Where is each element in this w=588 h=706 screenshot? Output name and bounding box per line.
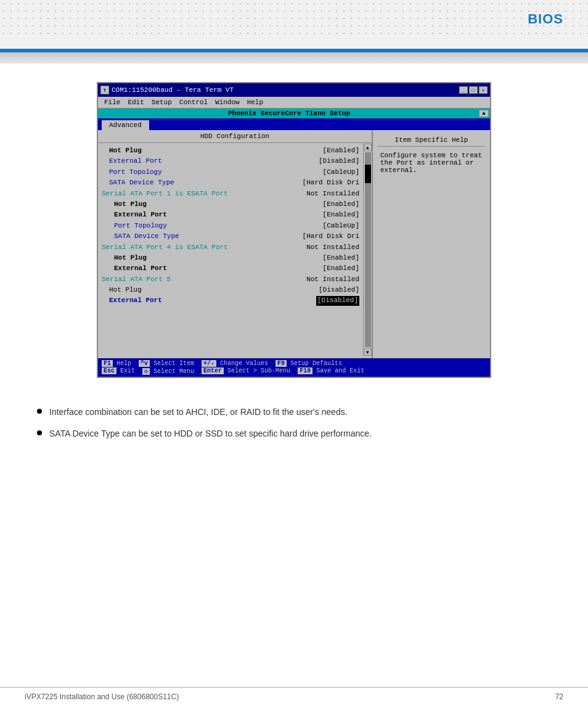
row-label: Port Topology (102, 221, 167, 231)
title-bar-left: T COM1:115200baud - Tera Term VT (100, 86, 234, 94)
row-label: Serial ATA Port 5 (102, 275, 171, 284)
menu-file[interactable]: File (100, 98, 124, 107)
help-updown: ^v Select Item (139, 360, 194, 367)
row-label: Hot Plug (102, 200, 147, 209)
scroll-track (365, 152, 371, 347)
help-f9: F9 Setup Defaults (276, 360, 342, 367)
row-label: External Port (102, 210, 167, 220)
tab-advanced[interactable]: Advanced (102, 120, 149, 130)
row-value: [CableUp] (323, 221, 359, 231)
right-section-title: Item Specific Help (378, 134, 485, 147)
gray-bar-decoration (0, 52, 588, 64)
row-label: External Port (102, 296, 162, 305)
footer-left: iVPX7225 Installation and Use (6806800S1… (25, 692, 179, 701)
dot-pattern-decoration (0, 0, 588, 37)
bullet-dot-1 (37, 409, 42, 414)
help-row-2: Esc Exit ◇ Select Menu Enter Select > Su… (102, 367, 486, 375)
scroll-down-btn[interactable]: ▼ (364, 348, 372, 356)
bios-row-topology1: Port Topology [CableUp] (102, 167, 359, 178)
bios-left-panel: HDD Configuration Hot Plug [Enabled] Ext… (98, 130, 373, 358)
bios-header-bar: Phoenix SecureCore Tiano Setup ▲ (98, 109, 490, 118)
help-f1: F1 Help (102, 360, 131, 367)
help-text: Configure system to treat the Port as in… (378, 147, 485, 179)
menu-bar: File Edit Setup Control Window Help (98, 97, 490, 109)
bios-header-text: Phoenix SecureCore Tiano Setup (99, 110, 479, 117)
row-label: External Port (102, 157, 162, 166)
bios-row-sata1: Serial ATA Port 1 is ESATA Port Not Inst… (102, 189, 359, 199)
bios-row-extport4[interactable]: External Port [Disabled] (102, 295, 359, 306)
bios-items: Hot Plug [Enabled] External Port [Disabl… (98, 143, 363, 356)
help-row-1: F1 Help ^v Select Item +/- Change Values… (102, 360, 486, 367)
page-title: BIOS (528, 11, 563, 27)
maximize-button[interactable]: □ (469, 86, 478, 94)
bullet-item-2: SATA Device Type can be set to HDD or SS… (37, 427, 551, 440)
main-content: T COM1:115200baud - Tera Term VT _ □ × F… (0, 64, 588, 390)
footer-right: 72 (555, 692, 563, 701)
bios-row-sata5: Serial ATA Port 5 Not Installed (102, 274, 359, 285)
row-label: External Port (102, 264, 167, 273)
menu-setup[interactable]: Setup (148, 98, 176, 107)
terminal-icon: T (100, 86, 109, 94)
bullet-dot-2 (37, 430, 42, 435)
bios-row-hotplug3: Hot Plug [Enabled] (102, 253, 359, 263)
row-value: [Disabled] (319, 157, 359, 166)
scroll-thumb (365, 165, 371, 183)
title-bar: T COM1:115200baud - Tera Term VT _ □ × (98, 83, 490, 97)
row-label: Serial ATA Port 1 is ESATA Port (102, 189, 228, 199)
menu-window[interactable]: Window (211, 98, 243, 107)
terminal-window: T COM1:115200baud - Tera Term VT _ □ × F… (97, 82, 491, 378)
row-value: Not Installed (306, 275, 359, 284)
menu-edit[interactable]: Edit (124, 98, 147, 107)
row-value: [Enabled] (323, 200, 359, 209)
minimize-button[interactable]: _ (459, 86, 468, 94)
row-label: Serial ATA Port 4 is ESATA Port (102, 243, 228, 252)
bullet-section: Interface combination can be set to AHCI… (0, 390, 588, 461)
help-enter: Enter Select > Sub-Menu (202, 367, 290, 375)
row-label: SATA Device Type (102, 178, 174, 187)
bios-row-satatype2: SATA Device Type [Hard Disk Dri (102, 231, 359, 242)
page-footer: iVPX7225 Installation and Use (6806800S1… (0, 687, 588, 706)
bullet-text-1: Interface combination can be set to AHCI… (49, 406, 348, 419)
row-value: Not Installed (306, 189, 359, 199)
page-header: BIOS (0, 0, 588, 52)
row-value: [Enabled] (323, 210, 359, 220)
row-label: Hot Plug (102, 285, 142, 295)
scroll-up-btn[interactable]: ▲ (364, 144, 372, 151)
bios-scrollbar[interactable]: ▲ ▼ (363, 143, 372, 356)
bios-row-extport2: External Port [Enabled] (102, 210, 359, 220)
bios-row-extport1: External Port [Disabled] (102, 156, 359, 166)
row-value: [Enabled] (323, 146, 359, 155)
bios-row-extport3: External Port [Enabled] (102, 263, 359, 274)
bios-body: HDD Configuration Hot Plug [Enabled] Ext… (98, 130, 490, 358)
bullet-item-1: Interface combination can be set to AHCI… (37, 406, 551, 419)
row-label: SATA Device Type (102, 232, 179, 241)
scroll-up-header[interactable]: ▲ (479, 110, 489, 117)
row-value: [Enabled] (323, 253, 359, 263)
row-value: [Disabled] (319, 285, 359, 295)
title-buttons: _ □ × (459, 86, 488, 94)
bios-row-topology2: Port Topology [CableUp] (102, 221, 359, 231)
row-value: [CableUp] (323, 168, 359, 177)
row-value: [Disabled] (316, 296, 359, 305)
bios-row-hotplug2: Hot Plug [Enabled] (102, 199, 359, 210)
row-value: [Hard Disk Dri (303, 232, 359, 241)
menu-control[interactable]: Control (176, 98, 211, 107)
row-label: Hot Plug (102, 146, 142, 155)
bios-row-satatype1: SATA Device Type [Hard Disk Dri (102, 178, 359, 188)
close-button[interactable]: × (479, 86, 488, 94)
row-label: Hot Plug (102, 253, 147, 263)
left-section-title: HDD Configuration (98, 130, 372, 143)
tab-bar: Advanced (98, 118, 490, 130)
menu-help[interactable]: Help (243, 98, 267, 107)
help-plusminus: +/- Change Values (202, 360, 268, 367)
bios-row-hotplug1: Hot Plug [Enabled] (102, 146, 359, 156)
help-f10: F10 Save and Exit (298, 367, 364, 375)
row-value: [Hard Disk Dri (303, 178, 359, 187)
blue-stripe-decoration (0, 49, 588, 52)
row-value: Not Installed (306, 243, 359, 252)
bios-row-sata4: Serial ATA Port 4 is ESATA Port Not Inst… (102, 242, 359, 253)
bullet-text-2: SATA Device Type can be set to HDD or SS… (49, 427, 372, 440)
help-esc: Esc Exit (102, 367, 135, 375)
row-label: Port Topology (102, 168, 162, 177)
row-value: [Enabled] (323, 264, 359, 273)
